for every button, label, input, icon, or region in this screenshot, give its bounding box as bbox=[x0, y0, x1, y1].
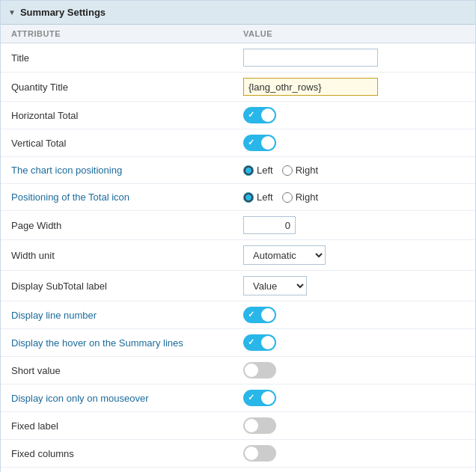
radio-label-chart-icon-positioning-left[interactable]: Left bbox=[243, 165, 273, 176]
toggle-slider-fixed-label bbox=[243, 417, 276, 434]
panel-header: ▼ Summary Settings bbox=[1, 1, 475, 25]
label-title: Title bbox=[11, 52, 243, 64]
summary-settings-panel: ▼ Summary Settings ATTRIBUTE VALUE Title… bbox=[0, 0, 476, 472]
value-short-value bbox=[243, 362, 465, 378]
row-page-width: Page Width bbox=[1, 211, 475, 240]
value-width-unit: Automaticpx% bbox=[243, 245, 465, 265]
toggle-knob-horizontal-total bbox=[261, 108, 275, 122]
toggle-slider-display-line-number: ✓ bbox=[243, 307, 276, 323]
toggle-horizontal-total[interactable]: ✓ bbox=[243, 107, 276, 123]
label-chart-icon-positioning: The chart icon positioning bbox=[11, 165, 243, 176]
column-headers: ATTRIBUTE VALUE bbox=[1, 25, 475, 43]
label-vertical-total: Vertical Total bbox=[11, 138, 243, 149]
row-vertical-total: Vertical Total✓ bbox=[1, 129, 475, 157]
toggle-slider-display-hover: ✓ bbox=[243, 334, 276, 351]
toggle-check-display-icon-mouseover: ✓ bbox=[248, 393, 254, 402]
toggle-slider-horizontal-total: ✓ bbox=[243, 107, 276, 123]
value-display-subtotal: ValueLabelBoth bbox=[243, 276, 465, 295]
value-fixed-label bbox=[243, 417, 465, 434]
label-quantity-title: Quantity Title bbox=[11, 82, 243, 93]
collapse-icon[interactable]: ▼ bbox=[8, 8, 16, 16]
radio-label-total-icon-positioning-right[interactable]: Right bbox=[282, 191, 318, 203]
label-display-subtotal: Display SubTotal label bbox=[11, 281, 243, 292]
label-display-hover: Display the hover on the Summary lines bbox=[11, 337, 243, 349]
radio-label-chart-icon-positioning-right[interactable]: Right bbox=[282, 165, 318, 176]
row-display-line-number: Display line number✓ bbox=[1, 301, 475, 329]
value-horizontal-total: ✓ bbox=[243, 107, 465, 123]
select-display-subtotal[interactable]: ValueLabelBoth bbox=[243, 276, 307, 295]
label-page-width: Page Width bbox=[11, 220, 243, 231]
toggle-short-value[interactable] bbox=[243, 362, 276, 378]
label-total-icon-positioning: Positioning of the Total icon bbox=[11, 191, 243, 203]
input-title[interactable] bbox=[243, 49, 378, 67]
toggle-knob-display-hover bbox=[261, 336, 275, 349]
value-display-icon-mouseover: ✓ bbox=[243, 390, 465, 406]
row-fixed-label: Fixed label bbox=[1, 412, 475, 440]
value-quantity-title bbox=[243, 78, 465, 96]
value-chart-icon-positioning: LeftRight bbox=[243, 165, 465, 176]
toggle-knob-short-value bbox=[245, 364, 258, 377]
toggle-slider-display-icon-mouseover: ✓ bbox=[243, 390, 276, 406]
value-display-hover: ✓ bbox=[243, 334, 465, 351]
row-fixed-columns: Fixed columns bbox=[1, 440, 475, 468]
row-short-value: Short value bbox=[1, 357, 475, 384]
toggle-display-hover[interactable]: ✓ bbox=[243, 334, 276, 351]
value-page-width bbox=[243, 216, 465, 234]
input-quantity-title[interactable] bbox=[243, 78, 378, 96]
row-width-unit: Width unitAutomaticpx% bbox=[1, 240, 475, 271]
radio-input-total-icon-positioning-left[interactable] bbox=[243, 192, 254, 203]
toggle-knob-display-icon-mouseover bbox=[261, 391, 275, 405]
radio-label-total-icon-positioning-left[interactable]: Left bbox=[243, 191, 273, 203]
input-page-width[interactable] bbox=[243, 216, 296, 234]
label-short-value: Short value bbox=[11, 365, 243, 376]
row-total-icon-positioning: Positioning of the Total iconLeftRight bbox=[1, 184, 475, 211]
toggle-knob-vertical-total bbox=[261, 136, 275, 150]
select-width-unit[interactable]: Automaticpx% bbox=[243, 245, 326, 265]
toggle-check-display-line-number: ✓ bbox=[248, 310, 254, 319]
value-col-header: VALUE bbox=[243, 29, 465, 38]
radio-group-total-icon-positioning: LeftRight bbox=[243, 191, 318, 203]
row-display-icon-mouseover: Display icon only on mouseover✓ bbox=[1, 384, 475, 412]
radio-input-chart-icon-positioning-right[interactable] bbox=[282, 165, 293, 176]
radio-text-chart-icon-positioning-right: Right bbox=[296, 165, 318, 176]
toggle-display-icon-mouseover[interactable]: ✓ bbox=[243, 390, 276, 406]
toggle-fixed-label[interactable] bbox=[243, 417, 276, 434]
toggle-check-display-hover: ✓ bbox=[248, 337, 254, 347]
toggle-fixed-columns[interactable] bbox=[243, 445, 276, 462]
toggle-check-vertical-total: ✓ bbox=[248, 138, 254, 147]
toggle-slider-vertical-total: ✓ bbox=[243, 135, 276, 151]
label-horizontal-total: Horizontal Total bbox=[11, 110, 243, 121]
row-display-hover: Display the hover on the Summary lines✓ bbox=[1, 329, 475, 357]
value-total-icon-positioning: LeftRight bbox=[243, 191, 465, 203]
row-chart-icon-positioning: The chart icon positioningLeftRight bbox=[1, 157, 475, 184]
row-display-subtotal: Display SubTotal labelValueLabelBoth bbox=[1, 271, 475, 301]
toggle-display-line-number[interactable]: ✓ bbox=[243, 307, 276, 323]
radio-input-chart-icon-positioning-left[interactable] bbox=[243, 165, 254, 176]
label-fixed-columns: Fixed columns bbox=[11, 448, 243, 459]
radio-text-chart-icon-positioning-left: Left bbox=[257, 165, 273, 176]
radio-input-total-icon-positioning-right[interactable] bbox=[282, 192, 293, 203]
row-quantity-title: Quantity Title bbox=[1, 73, 475, 102]
toggle-knob-display-line-number bbox=[261, 308, 275, 322]
label-display-icon-mouseover: Display icon only on mouseover bbox=[11, 393, 243, 404]
label-display-line-number: Display line number bbox=[11, 310, 243, 321]
row-title: Title bbox=[1, 43, 475, 73]
toggle-knob-fixed-columns bbox=[245, 447, 258, 460]
radio-group-chart-icon-positioning: LeftRight bbox=[243, 165, 318, 176]
value-display-line-number: ✓ bbox=[243, 307, 465, 323]
toggle-slider-fixed-columns bbox=[243, 445, 276, 462]
settings-rows: TitleQuantity TitleHorizontal Total✓Vert… bbox=[1, 43, 475, 472]
label-width-unit: Width unit bbox=[11, 250, 243, 261]
value-title bbox=[243, 49, 465, 67]
toggle-knob-fixed-label bbox=[245, 419, 258, 432]
attribute-col-header: ATTRIBUTE bbox=[11, 29, 243, 38]
value-fixed-columns bbox=[243, 445, 465, 462]
row-refresh-interval: Refresh Interval bbox=[1, 468, 475, 472]
radio-text-total-icon-positioning-right: Right bbox=[296, 191, 318, 203]
radio-text-total-icon-positioning-left: Left bbox=[257, 191, 273, 203]
panel-title: Summary Settings bbox=[20, 7, 106, 18]
toggle-check-horizontal-total: ✓ bbox=[248, 110, 254, 120]
row-horizontal-total: Horizontal Total✓ bbox=[1, 102, 475, 129]
toggle-vertical-total[interactable]: ✓ bbox=[243, 135, 276, 151]
toggle-slider-short-value bbox=[243, 362, 276, 378]
